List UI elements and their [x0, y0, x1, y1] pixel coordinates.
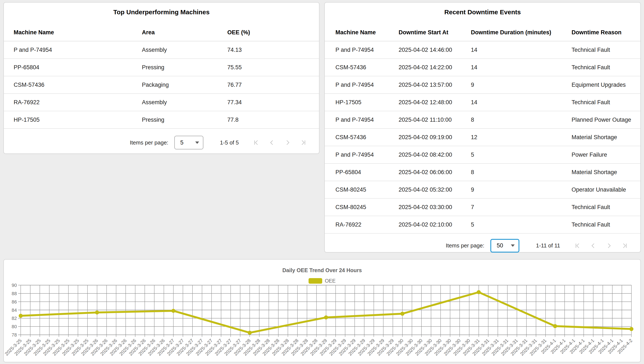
cell: RA-76922	[325, 216, 399, 233]
column-header: Machine Name	[4, 24, 142, 41]
cell: 2025-04-02 05:32:00	[399, 181, 471, 198]
next-page-button[interactable]	[284, 139, 291, 146]
table-row: P and P-749542025-04-02 08:42:005Power F…	[325, 146, 640, 164]
underperforming-machines-card: Top Underperforming Machines Machine Nam…	[4, 2, 319, 154]
cell: Packaging	[142, 76, 227, 94]
data-point-marker	[477, 290, 481, 294]
dashboard-page: { "underperforming_card": { "title": "To…	[0, 0, 644, 364]
data-point-marker	[19, 314, 23, 318]
table-row: PP-65804Pressing75.55	[4, 58, 319, 76]
items-per-page-label: Items per page:	[130, 140, 168, 146]
cell: 2025-04-02 03:30:00	[399, 198, 471, 216]
cell: Technical Fault	[572, 58, 640, 76]
cell: 2025-04-02 14:46:00	[399, 41, 471, 58]
cell: Technical Fault	[572, 94, 640, 111]
card-title: Recent Downtime Events	[325, 2, 640, 16]
cell: Pressing	[142, 111, 227, 128]
data-point-marker	[95, 310, 99, 314]
cell: 9	[471, 181, 572, 198]
chevron-down-icon	[511, 244, 515, 247]
column-header: Downtime Duration (minutes)	[471, 24, 572, 41]
cell: 5	[471, 216, 572, 233]
previous-page-button[interactable]	[268, 139, 276, 146]
items-per-page-label: Items per page:	[446, 242, 484, 249]
oee-line-chart[interactable]: 2025-3-252025-3-252025-3-252025-3-252025…	[4, 260, 641, 363]
page-size-select[interactable]: 50	[490, 239, 519, 252]
first-page-icon	[253, 139, 260, 146]
first-page-button[interactable]	[574, 242, 581, 249]
legend-swatch	[309, 278, 322, 284]
next-page-button[interactable]	[605, 242, 613, 249]
range-label: 1-5 of 5	[220, 140, 239, 146]
table-row: CSM-802452025-04-02 03:30:007Technical F…	[325, 198, 640, 216]
column-header: OEE (%)	[227, 24, 319, 41]
oee-trend-card: Daily OEE Trend Over 24 Hours OEE 2025-3…	[4, 259, 641, 362]
cell: P and P-74954	[325, 146, 399, 164]
paginator: Items per page: 5 1-5 of 5	[4, 129, 319, 156]
recent-downtime-events-card: Recent Downtime Events Machine NameDownt…	[324, 2, 641, 252]
chart-title: Daily OEE Trend Over 24 Hours	[4, 267, 640, 274]
previous-page-icon	[268, 139, 276, 146]
cell: Power Failure	[572, 146, 640, 164]
data-point-marker	[553, 324, 557, 328]
paginator: Items per page: 50 1-11 of 11	[325, 234, 640, 258]
underperforming-machines-table: Machine NameAreaOEE (%) P and P-74954Ass…	[4, 24, 319, 129]
cell: CSM-57436	[325, 58, 399, 76]
cell: 2025-04-02 11:10:00	[399, 111, 471, 128]
page-size-select[interactable]: 5	[174, 136, 203, 150]
page-size-value: 5	[180, 140, 183, 146]
cell: CSM-80245	[325, 181, 399, 198]
cell: Operator Unavailable	[572, 181, 640, 198]
cell: Material Shortage	[572, 164, 640, 181]
data-point-marker	[629, 327, 633, 331]
range-label: 1-11 of 11	[536, 242, 560, 249]
legend-item-oee[interactable]: OEE	[4, 278, 640, 284]
table-row: P and P-749542025-04-02 11:10:008Planned…	[325, 111, 640, 128]
table-row: HP-175052025-04-02 12:48:0014Technical F…	[325, 94, 640, 111]
column-header: Area	[142, 24, 227, 41]
cell: 2025-04-02 02:10:00	[399, 216, 471, 233]
cell: 2025-04-02 06:06:00	[399, 164, 471, 181]
table-row: RA-769222025-04-02 02:10:005Technical Fa…	[325, 216, 640, 233]
table-row: CSM-802452025-04-02 05:32:009Operator Un…	[325, 181, 640, 198]
previous-page-button[interactable]	[590, 242, 597, 249]
cell: P and P-74954	[325, 111, 399, 128]
table-row: RA-76922Assembly77.34	[4, 94, 319, 111]
last-page-icon	[621, 242, 628, 249]
cell: P and P-74954	[325, 76, 399, 94]
table-row: CSM-574362025-04-02 14:22:0014Technical …	[325, 58, 640, 76]
pager-buttons	[253, 139, 307, 146]
cell: 8	[471, 111, 572, 128]
y-axis-label: 80	[12, 324, 17, 329]
cell: 2025-04-02 13:57:00	[399, 76, 471, 94]
cell: 2025-04-02 12:48:00	[399, 94, 471, 111]
cell: HP-17505	[325, 94, 399, 111]
table-row: P and P-749542025-04-02 14:46:0014Techni…	[325, 41, 640, 58]
cell: Assembly	[142, 94, 227, 111]
table-header: Machine NameAreaOEE (%)	[4, 24, 319, 41]
cell: Technical Fault	[572, 216, 640, 233]
cell: 75.55	[227, 58, 319, 76]
y-axis-label: 82	[12, 316, 17, 321]
first-page-icon	[574, 242, 581, 249]
cell: PP-65804	[325, 164, 399, 181]
first-page-button[interactable]	[253, 139, 260, 146]
last-page-button[interactable]	[621, 242, 628, 249]
cell: Pressing	[142, 58, 227, 76]
table-row: CSM-57436Packaging76.77	[4, 76, 319, 94]
cell: PP-65804	[4, 58, 142, 76]
data-point-marker	[171, 309, 175, 313]
data-point-marker	[248, 331, 252, 335]
cell: 2025-04-02 14:22:00	[399, 58, 471, 76]
pager-buttons	[574, 242, 628, 249]
cell: 77.34	[227, 94, 319, 111]
cell: 5	[471, 146, 572, 164]
y-axis-label: 84	[12, 308, 17, 313]
column-header: Downtime Reason	[572, 24, 640, 41]
y-axis-label: 86	[12, 299, 17, 304]
cell: Assembly	[142, 41, 227, 58]
legend-label: OEE	[325, 278, 336, 284]
last-page-button[interactable]	[300, 139, 307, 146]
cell: CSM-80245	[325, 198, 399, 216]
cell: RA-76922	[4, 94, 142, 111]
